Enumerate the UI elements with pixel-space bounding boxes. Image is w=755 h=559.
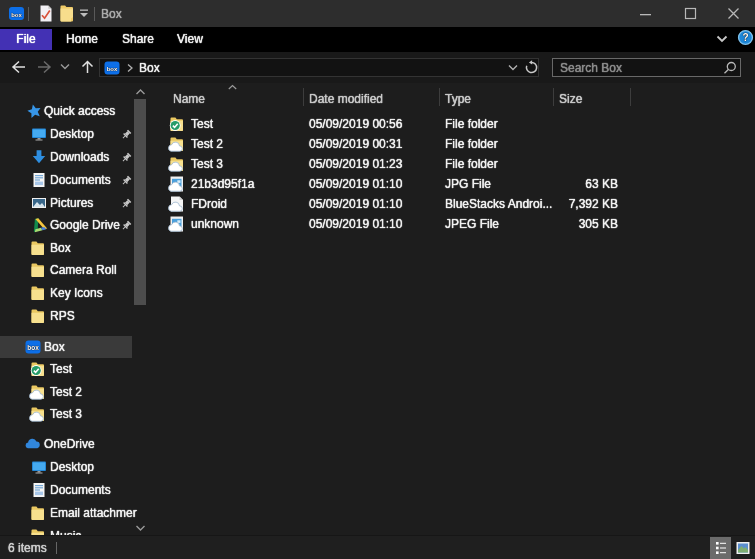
svg-text:box: box	[11, 12, 22, 18]
svg-text:box: box	[27, 344, 39, 351]
svg-text:box: box	[107, 66, 118, 72]
svg-text:?: ?	[742, 32, 748, 43]
